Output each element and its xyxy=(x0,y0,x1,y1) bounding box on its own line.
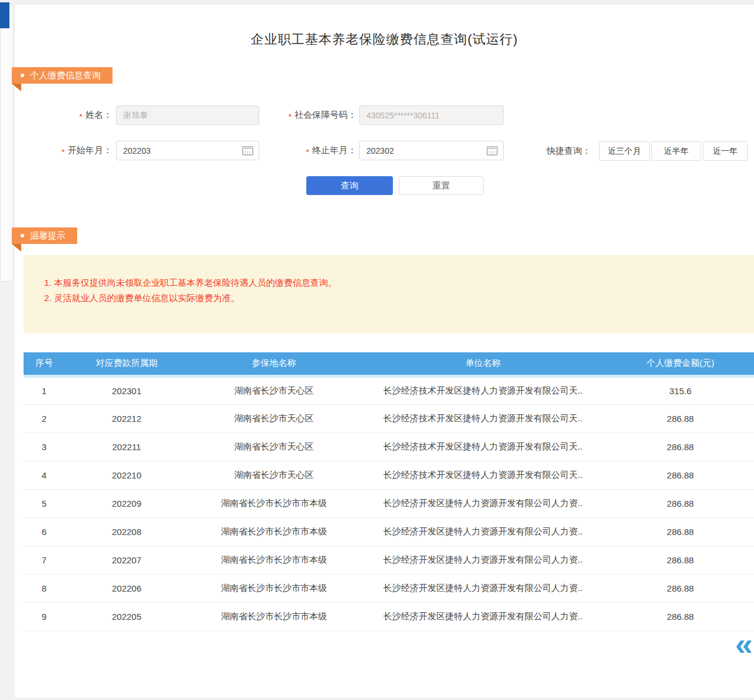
table-cell: 202301 xyxy=(65,376,188,404)
table-cell: 湖南省长沙市天心区 xyxy=(188,432,359,461)
table-cell: 湖南省长沙市天心区 xyxy=(188,461,359,489)
table-cell: 202206 xyxy=(65,574,188,602)
table-row: 7202207湖南省长沙市长沙市市本级长沙经济开发区捷特人力资源开发有限公司人力… xyxy=(24,546,754,574)
table-cell: 9 xyxy=(24,602,65,630)
query-section-badge: 个人缴费信息查询 xyxy=(12,67,113,84)
table-cell: 长沙经济开发区捷特人力资源开发有限公司人力资.. xyxy=(359,602,607,630)
table-cell: 202210 xyxy=(65,461,188,489)
table-row: 4202210湖南省长沙市天心区长沙经济技术开发区捷特人力资源开发有限公司天..… xyxy=(24,461,754,489)
table-cell: 286.88 xyxy=(607,404,754,432)
quick-last-half-year-button[interactable]: 近半年 xyxy=(652,141,701,161)
table-cell: 长沙经济技术开发区捷特人力资源开发有限公司天.. xyxy=(359,404,607,432)
table-cell: 4 xyxy=(24,461,65,489)
table-cell: 5 xyxy=(24,489,65,517)
page-title: 企业职工基本养老保险缴费信息查询(试运行) xyxy=(15,31,754,48)
name-field: 谢旭泰 xyxy=(116,105,259,125)
tips-section-badge-label: 温馨提示 xyxy=(30,230,65,242)
calendar-icon[interactable] xyxy=(487,146,498,156)
table-row: 8202206湖南省长沙市长沙市市本级长沙经济开发区捷特人力资源开发有限公司人力… xyxy=(24,574,754,602)
payment-table-body: 1202301湖南省长沙市天心区长沙经济技术开发区捷特人力资源开发有限公司天..… xyxy=(24,376,754,630)
table-row: 5202209湖南省长沙市长沙市市本级长沙经济开发区捷特人力资源开发有限公司人力… xyxy=(24,489,754,517)
table-cell: 286.88 xyxy=(607,489,754,517)
table-cell: 286.88 xyxy=(607,432,754,461)
collapse-chevron-icon[interactable]: « xyxy=(735,628,753,660)
table-row: 1202301湖南省长沙市天心区长沙经济技术开发区捷特人力资源开发有限公司天..… xyxy=(24,376,754,404)
table-cell: 286.88 xyxy=(607,546,754,574)
table-cell: 1 xyxy=(24,376,65,404)
table-cell: 长沙经济技术开发区捷特人力资源开发有限公司天.. xyxy=(359,376,607,404)
header-employer: 单位名称 xyxy=(359,352,607,376)
table-cell: 8 xyxy=(24,574,65,602)
table-row: 6202208湖南省长沙市长沙市市本级长沙经济开发区捷特人力资源开发有限公司人力… xyxy=(24,517,754,546)
table-cell: 湖南省长沙市长沙市市本级 xyxy=(188,546,359,574)
calendar-icon[interactable] xyxy=(242,146,253,156)
start-month-label: * 开始年月： xyxy=(32,141,112,160)
ssn-label: * 社会保障号码： xyxy=(253,105,356,125)
header-seq: 序号 xyxy=(24,352,65,376)
table-cell: 286.88 xyxy=(607,517,754,546)
screen: 企业职工基本养老保险缴费信息查询(试运行) 个人缴费信息查询 * 姓名： 谢旭泰… xyxy=(0,0,754,700)
name-label: * 姓名： xyxy=(32,105,112,125)
table-cell: 202208 xyxy=(65,517,188,546)
tips-section-badge: 温馨提示 xyxy=(12,227,77,244)
header-amount: 个人缴费金额(元) xyxy=(607,352,754,376)
table-cell: 6 xyxy=(24,517,65,546)
table-row: 9202205湖南省长沙市长沙市市本级长沙经济开发区捷特人力资源开发有限公司人力… xyxy=(24,602,754,630)
quick-query-group: 近三个月 近半年 近一年 xyxy=(599,141,748,161)
ssn-field: 430525******306111 xyxy=(359,105,504,125)
end-month-label: * 终止年月： xyxy=(253,141,356,160)
required-asterisk: * xyxy=(306,147,309,157)
table-cell: 202211 xyxy=(65,432,188,461)
bullet-icon xyxy=(21,74,24,77)
table-cell: 286.88 xyxy=(607,602,754,630)
table-cell: 长沙经济开发区捷特人力资源开发有限公司人力资.. xyxy=(359,517,607,546)
required-asterisk: * xyxy=(289,112,292,121)
payment-table: 序号 对应费款所属期 参保地名称 单位名称 个人缴费金额(元) 1202301湖… xyxy=(24,352,754,631)
quick-last-year-button[interactable]: 近一年 xyxy=(703,141,748,161)
table-cell: 202205 xyxy=(65,602,188,630)
table-cell: 3 xyxy=(24,432,65,461)
table-cell: 湖南省长沙市长沙市市本级 xyxy=(188,489,359,517)
table-cell: 2 xyxy=(24,404,65,432)
header-period: 对应费款所属期 xyxy=(65,352,188,376)
quick-last-3-months-button[interactable]: 近三个月 xyxy=(599,141,650,161)
required-asterisk: * xyxy=(80,112,82,121)
table-cell: 286.88 xyxy=(607,461,754,489)
tips-box: 1. 本服务仅提供尚未领取企业职工基本养老保险待遇人员的缴费信息查询。 2. 灵… xyxy=(24,255,754,334)
table-cell: 长沙经济技术开发区捷特人力资源开发有限公司天.. xyxy=(359,461,607,489)
table-header-row: 序号 对应费款所属期 参保地名称 单位名称 个人缴费金额(元) xyxy=(24,352,754,376)
table-cell: 长沙经济开发区捷特人力资源开发有限公司人力资.. xyxy=(359,489,607,517)
table-cell: 湖南省长沙市长沙市市本级 xyxy=(188,602,359,630)
table-row: 2202212湖南省长沙市天心区长沙经济技术开发区捷特人力资源开发有限公司天..… xyxy=(24,404,754,432)
tips-lines: 1. 本服务仅提供尚未领取企业职工基本养老保险待遇人员的缴费信息查询。 2. 灵… xyxy=(44,275,337,306)
tip-line: 1. 本服务仅提供尚未领取企业职工基本养老保险待遇人员的缴费信息查询。 xyxy=(44,275,337,290)
table-cell: 202207 xyxy=(65,546,188,574)
table-cell: 202212 xyxy=(65,404,188,432)
table-row: 3202211湖南省长沙市天心区长沙经济技术开发区捷特人力资源开发有限公司天..… xyxy=(24,432,754,461)
bullet-icon xyxy=(21,234,24,237)
header-insured-place: 参保地名称 xyxy=(188,352,359,376)
tip-line: 2. 灵活就业人员的缴费单位信息以实际缴费为准。 xyxy=(44,290,337,306)
query-button[interactable]: 查询 xyxy=(306,176,393,195)
table-cell: 315.6 xyxy=(607,376,754,404)
sidebar-collapsed-tab[interactable] xyxy=(0,2,9,28)
table-cell: 7 xyxy=(24,546,65,574)
start-month-field[interactable]: 202203 xyxy=(116,141,259,160)
table-cell: 202209 xyxy=(65,489,188,517)
table-cell: 湖南省长沙市长沙市市本级 xyxy=(188,574,359,602)
table-cell: 286.88 xyxy=(607,574,754,602)
required-asterisk: * xyxy=(62,147,65,157)
table-cell: 湖南省长沙市天心区 xyxy=(188,376,359,404)
query-section-badge-label: 个人缴费信息查询 xyxy=(30,70,101,81)
table-cell: 湖南省长沙市长沙市市本级 xyxy=(188,517,359,546)
table-cell: 长沙经济开发区捷特人力资源开发有限公司人力资.. xyxy=(359,574,607,602)
table-cell: 湖南省长沙市天心区 xyxy=(188,404,359,432)
quick-query-label: 快捷查询： xyxy=(518,141,591,161)
end-month-field[interactable]: 202302 xyxy=(359,141,504,160)
table-cell: 长沙经济技术开发区捷特人力资源开发有限公司天.. xyxy=(359,432,607,461)
table-cell: 长沙经济开发区捷特人力资源开发有限公司人力资.. xyxy=(359,546,607,574)
reset-button[interactable]: 重置 xyxy=(399,176,484,195)
